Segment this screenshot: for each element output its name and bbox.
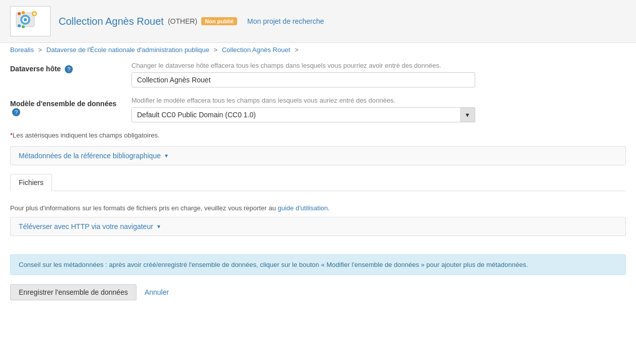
upload-label: Téléverser avec HTTP via votre navigateu… — [19, 222, 153, 231]
required-note: *Les astérisques indiquent les champs ob… — [10, 131, 626, 139]
upload-header[interactable]: Téléverser avec HTTP via votre navigateu… — [11, 217, 625, 236]
dataset-model-description: Modifier le modèle effacera tous les cha… — [131, 97, 626, 104]
dataset-model-select[interactable]: Default CC0 Public Domain (CC0 1.0) — [131, 107, 475, 122]
svg-point-5 — [33, 13, 36, 15]
dataset-model-label: Modèle d'ensemble de données — [10, 100, 116, 108]
dataset-model-label-col: Modèle d'ensemble de données ? — [10, 97, 121, 116]
breadcrumb-collection[interactable]: Collection Agnès Rouet — [222, 46, 290, 54]
tab-fichiers[interactable]: Fichiers — [10, 174, 52, 191]
host-dataverse-description: Changer le dataverse hôte effacera tous … — [131, 62, 626, 69]
page-header: Collection Agnès Rouet (OTHER) Non publi… — [0, 0, 636, 43]
tip-box: Conseil sur les métadonnées : après avoi… — [10, 254, 626, 275]
save-button[interactable]: Enregistrer l'ensemble de données — [10, 284, 137, 300]
header-info: Collection Agnès Rouet (OTHER) Non publi… — [59, 16, 324, 27]
breadcrumb-dataverse[interactable]: Dataverse de l'École nationale d'adminis… — [47, 46, 209, 54]
breadcrumb-sep-1: > — [38, 46, 42, 54]
spacer — [10, 246, 626, 254]
svg-point-6 — [18, 12, 21, 15]
project-link[interactable]: Mon projet de recherche — [247, 17, 324, 25]
host-dataverse-row: Dataverse hôte ? Changer le dataverse hô… — [10, 62, 626, 87]
files-info-prefix: Pour plus d'informations sur les formats… — [10, 204, 278, 212]
host-dataverse-field-col: Changer le dataverse hôte effacera tous … — [131, 62, 626, 87]
bibliographic-label: Métadonnées de la référence bibliographi… — [19, 152, 161, 160]
dataset-model-select-wrap: Default CC0 Public Domain (CC0 1.0) ▾ — [131, 107, 475, 122]
host-dataverse-input[interactable] — [131, 72, 475, 87]
action-buttons: Enregistrer l'ensemble de données Annule… — [10, 284, 626, 300]
publish-badge: Non publié — [201, 17, 237, 25]
host-dataverse-label-col: Dataverse hôte ? — [10, 62, 121, 73]
breadcrumb-sep-3: > — [295, 46, 299, 54]
dataset-model-row: Modèle d'ensemble de données ? Modifier … — [10, 97, 626, 122]
collection-title: Collection Agnès Rouet — [59, 16, 164, 27]
dataset-model-help-icon[interactable]: ? — [12, 108, 20, 116]
tabs-container: Fichiers — [10, 173, 626, 191]
svg-point-7 — [22, 11, 25, 14]
breadcrumb-borealis[interactable]: Borealis — [10, 46, 34, 54]
tip-text: Conseil sur les métadonnées : après avoi… — [19, 261, 528, 268]
upload-chevron-icon: ▾ — [157, 223, 160, 230]
logo-icon — [15, 9, 46, 34]
svg-point-9 — [22, 25, 25, 28]
guide-link[interactable]: guide d'utilisation — [278, 204, 328, 212]
breadcrumb: Borealis > Dataverse de l'École national… — [0, 43, 636, 57]
host-dataverse-label: Dataverse hôte — [10, 65, 61, 73]
svg-point-3 — [24, 18, 27, 21]
bibliographic-header[interactable]: Métadonnées de la référence bibliographi… — [11, 147, 625, 165]
host-dataverse-help-icon[interactable]: ? — [65, 65, 73, 73]
files-info: Pour plus d'informations sur les formats… — [10, 199, 626, 217]
tabs-nav: Fichiers — [10, 173, 626, 191]
breadcrumb-sep-2: > — [214, 46, 218, 54]
logo-container — [10, 6, 51, 36]
cancel-link[interactable]: Annuler — [145, 288, 169, 296]
bibliographic-section: Métadonnées de la référence bibliographi… — [10, 146, 626, 165]
collection-type: (OTHER) — [168, 17, 197, 25]
main-content: Dataverse hôte ? Changer le dataverse hô… — [0, 57, 636, 315]
files-info-suffix: . — [328, 204, 330, 212]
svg-point-8 — [18, 24, 21, 27]
dataset-model-field-col: Modifier le modèle effacera tous les cha… — [131, 97, 626, 122]
upload-section: Téléverser avec HTTP via votre navigateu… — [10, 217, 626, 236]
chevron-down-icon: ▾ — [165, 152, 168, 159]
